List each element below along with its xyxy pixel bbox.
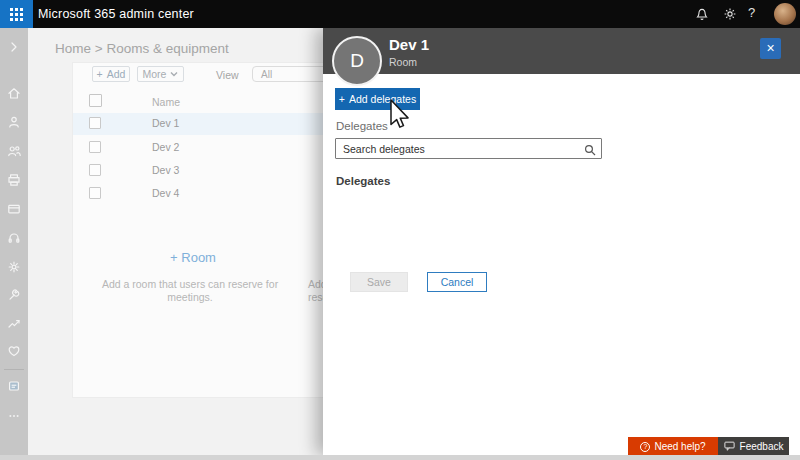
- feedback-button[interactable]: Feedback: [718, 437, 789, 456]
- help-circle-icon: ?: [640, 442, 650, 452]
- row-checkbox[interactable]: [89, 117, 101, 129]
- home-icon[interactable]: [7, 86, 21, 100]
- waffle-icon: [10, 8, 23, 21]
- save-button[interactable]: Save: [350, 272, 408, 292]
- more-ellipsis-icon[interactable]: [7, 409, 21, 423]
- cancel-button[interactable]: Cancel: [427, 272, 487, 292]
- add-delegates-button[interactable]: + Add delegates: [335, 88, 420, 110]
- row-checkbox[interactable]: [89, 187, 101, 199]
- breadcrumb: Home > Rooms & equipment: [55, 41, 229, 56]
- feedback-label: Feedback: [740, 441, 784, 452]
- delegates-label: Delegates: [336, 120, 388, 132]
- add-delegates-label: Add delegates: [349, 93, 416, 105]
- details-panel: D Dev 1 Room × + Add delegates Delegates…: [323, 28, 800, 455]
- add-room-link[interactable]: + Room: [138, 250, 248, 265]
- plus-icon: +: [339, 93, 345, 105]
- need-help-button[interactable]: ? Need help?: [628, 437, 718, 456]
- support-icon[interactable]: [7, 231, 21, 245]
- breadcrumb-current: Rooms & equipment: [106, 41, 228, 56]
- row-name[interactable]: Dev 3: [152, 164, 179, 176]
- need-help-label: Need help?: [654, 441, 705, 452]
- row-name[interactable]: Dev 1: [152, 117, 179, 129]
- settings-icon[interactable]: [7, 260, 21, 274]
- help-icon[interactable]: ?: [748, 5, 755, 20]
- bell-icon[interactable]: [694, 6, 710, 22]
- avatar-initial: D: [350, 50, 364, 72]
- chevron-down-icon: [170, 68, 178, 80]
- resources-icon[interactable]: [7, 173, 21, 187]
- row-name[interactable]: Dev 2: [152, 141, 179, 153]
- room-hint-text: Add a room that users can reserve for me…: [75, 278, 305, 303]
- add-button-label: Add: [107, 68, 126, 80]
- delegates-heading: Delegates: [336, 175, 390, 187]
- row-name[interactable]: Dev 4: [152, 187, 179, 199]
- gear-icon[interactable]: [722, 6, 738, 22]
- user-avatar[interactable]: [774, 3, 796, 25]
- add-button[interactable]: + Add: [92, 66, 130, 82]
- more-button-label: More: [143, 68, 167, 80]
- groups-icon[interactable]: [7, 144, 21, 158]
- more-button[interactable]: More: [137, 66, 184, 82]
- room-avatar: D: [332, 36, 382, 86]
- breadcrumb-home[interactable]: Home: [55, 41, 91, 56]
- search-delegates-wrap: [335, 138, 602, 159]
- close-icon[interactable]: ×: [760, 38, 781, 59]
- nav-divider: [4, 369, 24, 370]
- app-title: Microsoft 365 admin center: [38, 7, 194, 21]
- search-icon[interactable]: [584, 142, 596, 154]
- billing-icon[interactable]: [7, 202, 21, 216]
- app-launcher-button[interactable]: [0, 0, 33, 28]
- select-all-checkbox[interactable]: [89, 94, 102, 107]
- left-nav: [0, 28, 28, 455]
- view-label: View: [216, 69, 239, 81]
- feedback-bubble-icon: [724, 441, 735, 453]
- bottom-edge-strip: [0, 455, 800, 460]
- view-dropdown-value: All: [261, 69, 272, 80]
- users-icon[interactable]: [7, 115, 21, 129]
- row-checkbox[interactable]: [89, 141, 101, 153]
- health-icon[interactable]: [7, 344, 21, 358]
- search-delegates-input[interactable]: [335, 138, 602, 159]
- add-room-label: Room: [181, 250, 216, 265]
- expand-chevron-icon[interactable]: [7, 40, 21, 54]
- screen: Microsoft 365 admin center ? Home > Room…: [0, 0, 800, 460]
- plus-icon: +: [97, 68, 103, 80]
- name-column-header[interactable]: Name: [152, 96, 180, 108]
- row-checkbox[interactable]: [89, 164, 101, 176]
- breadcrumb-separator: >: [95, 41, 103, 56]
- setup-icon[interactable]: [7, 288, 21, 302]
- top-bar: Microsoft 365 admin center ?: [0, 0, 800, 28]
- plus-icon: +: [170, 250, 178, 265]
- reports-icon[interactable]: [7, 316, 21, 330]
- panel-title: Dev 1: [389, 36, 429, 53]
- admin-centers-icon[interactable]: [7, 379, 21, 393]
- panel-subtitle: Room: [389, 56, 417, 68]
